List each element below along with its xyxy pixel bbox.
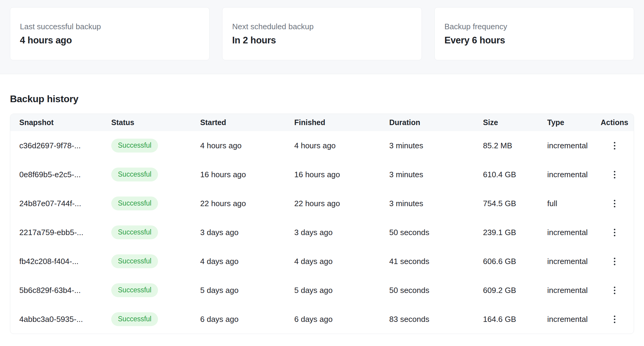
actions-cell [600, 247, 634, 276]
type-cell: incremental [547, 160, 600, 189]
row-actions-button[interactable] [608, 197, 621, 210]
type-cell: incremental [547, 247, 600, 276]
column-header-started: Started [200, 114, 294, 131]
size-cell: 754.5 GB [483, 189, 547, 218]
status-badge: Successful [111, 254, 158, 268]
kebab-vertical-icon [614, 287, 615, 294]
table-row: c36d2697-9f78-...Successful4 hours ago4 … [10, 131, 634, 160]
size-cell: 239.1 GB [483, 218, 547, 247]
started-cell: 5 days ago [200, 276, 294, 305]
size-cell: 610.4 GB [483, 160, 547, 189]
table-body: c36d2697-9f78-...Successful4 hours ago4 … [10, 131, 634, 334]
row-actions-button[interactable] [608, 226, 621, 239]
backup-history-title: Backup history [10, 93, 634, 105]
duration-cell: 41 seconds [389, 247, 483, 276]
status-cell: Successful [111, 189, 200, 218]
snapshot-id: 0e8f69b5-e2c5-... [10, 160, 111, 189]
actions-cell [600, 218, 634, 247]
row-actions-button[interactable] [608, 168, 621, 181]
finished-cell: 22 hours ago [294, 189, 389, 218]
duration-cell: 3 minutes [389, 189, 483, 218]
started-cell: 4 hours ago [200, 131, 294, 160]
row-actions-button[interactable] [608, 284, 621, 297]
kebab-vertical-icon [614, 171, 615, 178]
snapshot-id: 24b87e07-744f-... [10, 189, 111, 218]
column-header-type: Type [547, 114, 600, 131]
snapshot-id: 4abbc3a0-5935-... [10, 305, 111, 334]
card-label: Last successful backup [20, 22, 200, 31]
column-header-size: Size [483, 114, 547, 131]
column-header-actions: Actions [600, 114, 634, 131]
status-badge: Successful [111, 312, 158, 326]
card-next-scheduled-backup: Next scheduled backup In 2 hours [222, 7, 422, 60]
table-row: fb42c208-f404-...Successful4 days ago4 d… [10, 247, 634, 276]
duration-cell: 83 seconds [389, 305, 483, 334]
table-row: 0e8f69b5-e2c5-...Successful16 hours ago1… [10, 160, 634, 189]
card-last-successful-backup: Last successful backup 4 hours ago [10, 7, 210, 60]
started-cell: 4 days ago [200, 247, 294, 276]
actions-cell [600, 276, 634, 305]
card-value: In 2 hours [232, 35, 412, 46]
finished-cell: 3 days ago [294, 218, 389, 247]
started-cell: 6 days ago [200, 305, 294, 334]
started-cell: 22 hours ago [200, 189, 294, 218]
finished-cell: 4 hours ago [294, 131, 389, 160]
card-label: Backup frequency [444, 22, 624, 31]
type-cell: incremental [547, 218, 600, 247]
type-cell: incremental [547, 131, 600, 160]
actions-cell [600, 160, 634, 189]
column-header-finished: Finished [294, 114, 389, 131]
status-badge: Successful [111, 168, 158, 181]
snapshot-id: 5b6c829f-63b4-... [10, 276, 111, 305]
table-row: 5b6c829f-63b4-...Successful5 days ago5 d… [10, 276, 634, 305]
status-badge: Successful [111, 283, 158, 297]
table-row: 4abbc3a0-5935-...Successful6 days ago6 d… [10, 305, 634, 334]
type-cell: full [547, 189, 600, 218]
kebab-vertical-icon [614, 229, 615, 236]
status-badge: Successful [111, 197, 158, 210]
duration-cell: 3 minutes [389, 131, 483, 160]
backup-history-table-card: Snapshot Status Started Finished Duratio… [10, 114, 634, 334]
type-cell: incremental [547, 276, 600, 305]
table-row: 24b87e07-744f-...Successful22 hours ago2… [10, 189, 634, 218]
finished-cell: 5 days ago [294, 276, 389, 305]
status-cell: Successful [111, 160, 200, 189]
duration-cell: 50 seconds [389, 218, 483, 247]
finished-cell: 16 hours ago [294, 160, 389, 189]
status-cell: Successful [111, 276, 200, 305]
status-cell: Successful [111, 305, 200, 334]
actions-cell [600, 131, 634, 160]
kebab-vertical-icon [614, 258, 615, 265]
actions-cell [600, 189, 634, 218]
status-badge: Successful [111, 139, 158, 153]
backup-history-section: Backup history Snapshot Status Started F… [0, 93, 644, 342]
duration-cell: 3 minutes [389, 160, 483, 189]
table-row: 2217a759-ebb5-...Successful3 days ago3 d… [10, 218, 634, 247]
row-actions-button[interactable] [608, 313, 621, 326]
snapshot-id: 2217a759-ebb5-... [10, 218, 111, 247]
column-header-duration: Duration [389, 114, 483, 131]
row-actions-button[interactable] [608, 139, 621, 152]
kebab-vertical-icon [614, 142, 615, 149]
size-cell: 164.6 GB [483, 305, 547, 334]
kebab-vertical-icon [614, 200, 615, 207]
card-backup-frequency: Backup frequency Every 6 hours [434, 7, 634, 60]
snapshot-id: c36d2697-9f78-... [10, 131, 111, 160]
finished-cell: 4 days ago [294, 247, 389, 276]
size-cell: 85.2 MB [483, 131, 547, 160]
started-cell: 3 days ago [200, 218, 294, 247]
status-cell: Successful [111, 247, 200, 276]
size-cell: 609.2 GB [483, 276, 547, 305]
row-actions-button[interactable] [608, 255, 621, 268]
card-value: Every 6 hours [444, 35, 624, 46]
status-cell: Successful [111, 131, 200, 160]
table-header: Snapshot Status Started Finished Duratio… [10, 114, 634, 131]
column-header-status: Status [111, 114, 200, 131]
card-value: 4 hours ago [20, 35, 200, 46]
status-cell: Successful [111, 218, 200, 247]
status-badge: Successful [111, 225, 158, 239]
started-cell: 16 hours ago [200, 160, 294, 189]
type-cell: incremental [547, 305, 600, 334]
column-header-snapshot: Snapshot [10, 114, 111, 131]
size-cell: 606.6 GB [483, 247, 547, 276]
